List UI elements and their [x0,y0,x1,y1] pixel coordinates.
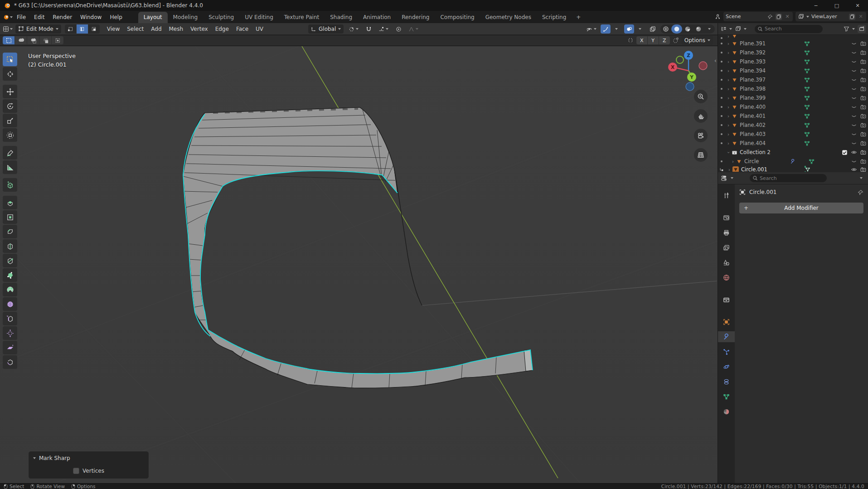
tool-smooth[interactable] [3,297,17,311]
workspace-tab-shading[interactable]: Shading [325,12,358,23]
camera-visibility-icon[interactable] [860,104,866,110]
breadcrumb-object-name[interactable]: Circle.001 [749,189,776,195]
select-extend-button[interactable] [15,36,27,44]
workspace-tab-modeling[interactable]: Modeling [168,12,204,23]
tab-tool[interactable] [718,190,735,201]
hide-closed-eye-icon[interactable] [851,49,857,56]
tool-scale[interactable] [3,114,17,127]
menu-file[interactable]: File [13,12,30,22]
hide-closed-eye-icon[interactable] [851,68,857,74]
shading-material-button[interactable] [682,24,693,34]
list-item-plane[interactable]: ›Plane.393 [718,57,868,66]
new-viewlayer-icon[interactable] [849,14,855,20]
properties-options-dropdown[interactable] [860,177,863,179]
camera-visibility-icon[interactable] [860,159,866,165]
outliner-filter-icon[interactable] [843,26,849,32]
tool-rotate[interactable] [3,99,17,113]
tool-inset-faces[interactable] [3,210,17,224]
pin-icon[interactable] [858,189,863,195]
camera-view-button[interactable] [694,129,708,142]
hide-closed-eye-icon[interactable] [851,77,857,83]
menu-uv[interactable]: UV [252,24,267,34]
workspace-tab-animation[interactable]: Animation [358,12,396,23]
tool-knife[interactable] [3,254,17,267]
mode-dropdown[interactable]: Edit Mode [15,24,61,34]
scene-3d-view[interactable] [0,46,718,483]
menu-add[interactable]: Add [147,24,165,34]
tool-loop-cut[interactable] [3,239,17,253]
tab-object-data[interactable] [718,391,735,402]
list-item-circle-001-active[interactable]: › Circle.001 [718,166,868,172]
shading-solid-button[interactable] [671,24,682,34]
mirror-x-button[interactable]: X [636,36,647,44]
hide-closed-eye-icon[interactable] [851,140,857,146]
workspace-tab-geometry-nodes[interactable]: Geometry Nodes [480,12,537,23]
tool-add-cube[interactable] [3,178,17,192]
unlink-scene-icon[interactable]: ✕ [784,14,790,20]
mirror-y-button[interactable]: Y [648,36,659,44]
viewlayer-browse-icon[interactable] [798,14,804,20]
mesh-surface[interactable] [183,107,533,388]
collection-checkbox-checked[interactable] [842,150,848,155]
list-item-collection-2[interactable]: › Collection 2 [718,148,868,157]
list-item-plane[interactable]: ›Plane.399 [718,93,868,102]
editor-type-icon[interactable] [3,26,9,32]
camera-visibility-icon[interactable] [860,77,866,83]
camera-visibility-icon[interactable] [860,113,866,119]
scene-selector[interactable]: Scene ✕ [723,12,793,21]
panel-collapse-icon[interactable] [33,457,36,459]
tool-edge-slide[interactable] [3,312,17,325]
vertex-select-button[interactable] [65,24,76,34]
camera-visibility-icon[interactable] [860,50,866,56]
tool-measure[interactable] [3,160,17,174]
tab-world[interactable] [718,272,735,283]
overlays-toggle[interactable] [624,24,634,34]
tool-bevel[interactable] [3,225,17,238]
menu-mesh[interactable]: Mesh [165,24,187,34]
camera-visibility-icon[interactable] [860,122,866,128]
pin-icon[interactable] [767,14,773,20]
camera-visibility-icon[interactable] [860,95,866,101]
camera-visibility-icon[interactable] [860,131,866,137]
gizmo-minus-x-axis[interactable] [699,62,707,70]
new-scene-icon[interactable] [776,14,782,20]
list-item-plane[interactable]: ›Plane.403 [718,130,868,139]
hide-closed-eye-icon[interactable] [851,58,857,65]
menu-help[interactable]: Help [106,12,126,22]
tool-move[interactable] [3,85,17,98]
menu-face[interactable]: Face [233,24,252,34]
tab-scene[interactable] [718,257,735,268]
workspace-tab-uv-editing[interactable]: UV Editing [239,12,279,23]
mirror-z-button[interactable]: Z [659,36,670,44]
camera-visibility-icon[interactable] [860,150,866,155]
list-item-plane[interactable]: ›Plane.401 [718,111,868,121]
workspace-tab-rendering[interactable]: Rendering [396,12,435,23]
gizmos-toggle[interactable] [601,24,611,34]
select-set-button[interactable] [3,36,15,44]
gizmos-dropdown[interactable] [611,24,621,34]
visibility-dropdown[interactable] [585,24,598,34]
minimize-button[interactable]: ─ [805,0,826,11]
camera-visibility-icon[interactable] [860,167,866,172]
add-workspace-button[interactable]: + [572,12,585,23]
tool-poly-build[interactable] [3,268,17,282]
snap-with-dropdown[interactable] [377,24,390,34]
new-collection-button[interactable] [858,25,866,33]
workspace-tab-sculpting[interactable]: Sculpting [203,12,239,23]
overlays-dropdown[interactable] [635,24,645,34]
navigation-gizmo[interactable]: Z X Y [668,50,709,92]
camera-visibility-icon[interactable] [860,59,866,65]
shading-rendered-button[interactable] [693,24,704,34]
pivot-point-dropdown[interactable] [347,24,360,34]
list-item-plane[interactable]: ›Plane.402 [718,121,868,130]
tab-modifiers-active[interactable] [718,331,735,342]
gizmo-minus-z-axis[interactable] [686,82,694,91]
properties-editor-type-icon[interactable] [721,175,727,181]
snap-toggle[interactable] [364,24,373,34]
hide-closed-eye-icon[interactable] [851,131,857,137]
remove-viewlayer-icon[interactable]: ✕ [858,14,864,20]
workspace-tab-compositing[interactable]: Compositing [435,12,480,23]
camera-visibility-icon[interactable] [860,68,866,74]
list-item-plane[interactable]: ›Plane.404 [718,139,868,148]
menu-view[interactable]: View [103,24,123,34]
